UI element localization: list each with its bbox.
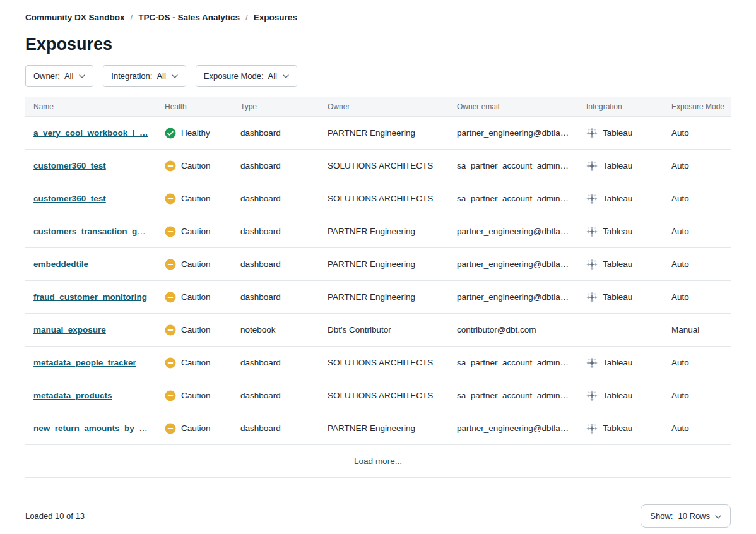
health-status-icon — [165, 193, 176, 205]
chevron-down-icon — [79, 74, 85, 78]
integration-label: Tableau — [603, 292, 632, 302]
exposure-mode-cell: Auto — [663, 227, 731, 236]
owner-email-cell: partner_engineering@dbtla… — [449, 227, 578, 236]
tableau-icon — [586, 259, 598, 270]
tableau-icon — [586, 128, 598, 139]
exposure-mode-cell: Auto — [663, 259, 731, 269]
exposures-table: Name Health Type Owner Owner email Integ… — [25, 97, 731, 478]
page-title: Exposures — [25, 33, 731, 55]
type-cell: dashboard — [232, 194, 319, 203]
column-header-exposure-mode: Exposure Mode — [663, 97, 733, 116]
table-row: manual_exposure Caution notebook Dbt's C… — [25, 314, 731, 347]
exposure-name-link[interactable]: embeddedtile — [33, 259, 88, 269]
table-row: customer360_test Caution dashboard SOLUT… — [25, 150, 731, 182]
type-cell: dashboard — [232, 358, 319, 367]
exposure-mode-cell: Auto — [663, 194, 731, 203]
table-row: customer360_test Caution dashboard SOLUT… — [25, 182, 731, 215]
exposure-mode-filter-value: All — [268, 71, 277, 81]
breadcrumb-separator: / — [131, 13, 133, 22]
exposure-name-link[interactable]: a_very_cool_workbook_i_… — [33, 128, 148, 138]
health-status-icon — [165, 324, 176, 336]
column-header-health: Health — [157, 97, 232, 116]
exposure-mode-cell: Auto — [663, 128, 731, 138]
owner-email-cell: sa_partner_account_admin… — [449, 161, 578, 170]
column-header-integration: Integration — [578, 97, 663, 116]
integration-label: Tableau — [603, 424, 632, 433]
owner-cell: PARTNER Engineering — [319, 128, 449, 138]
owner-cell: SOLUTIONS ARCHITECTS — [319, 161, 449, 170]
owner-filter-dropdown[interactable]: Owner: All — [25, 65, 93, 87]
health-label: Caution — [181, 391, 211, 400]
table-body: a_very_cool_workbook_i_… Healthy dashboa… — [25, 117, 731, 445]
owner-email-cell: partner_engineering@dbtla… — [449, 292, 578, 302]
table-row: metadata_people_tracker Caution dashboar… — [25, 347, 731, 379]
rows-per-page-dropdown[interactable]: Show: 10 Rows — [641, 504, 731, 528]
owner-filter-label: Owner: — [33, 71, 60, 81]
type-cell: dashboard — [232, 161, 319, 170]
owner-cell: SOLUTIONS ARCHITECTS — [319, 391, 449, 400]
breadcrumb-current: Exposures — [254, 13, 297, 22]
integration-filter-value: All — [157, 71, 165, 81]
table-row: fraud_customer_monitoring Caution dashbo… — [25, 281, 731, 314]
table-header-row: Name Health Type Owner Owner email Integ… — [25, 97, 731, 117]
tableau-icon — [586, 160, 598, 172]
health-status-icon — [165, 423, 176, 434]
exposure-name-link[interactable]: customer360_test — [33, 194, 106, 203]
table-footer: Loaded 10 of 13 Show: 10 Rows — [25, 504, 731, 528]
health-status-icon — [165, 357, 176, 369]
exposure-mode-filter-dropdown[interactable]: Exposure Mode: All — [196, 65, 297, 87]
exposure-name-link[interactable]: manual_exposure — [33, 325, 106, 335]
tableau-icon — [586, 292, 598, 303]
health-status-icon — [165, 226, 176, 237]
owner-filter-value: All — [64, 71, 73, 81]
health-label: Healthy — [181, 128, 210, 138]
breadcrumb-separator: / — [245, 13, 248, 22]
owner-cell: SOLUTIONS ARCHITECTS — [319, 358, 449, 367]
show-value: 10 Rows — [678, 511, 710, 521]
exposure-mode-cell: Auto — [663, 292, 731, 302]
type-cell: dashboard — [232, 391, 319, 400]
owner-email-cell: sa_partner_account_admin… — [449, 194, 578, 203]
health-label: Caution — [181, 358, 211, 367]
exposure-mode-cell: Auto — [663, 391, 731, 400]
breadcrumb: Community DX Sandbox / TPC-DS - Sales An… — [25, 13, 731, 22]
owner-cell: PARTNER Engineering — [319, 424, 449, 433]
exposure-mode-cell: Auto — [663, 424, 731, 433]
breadcrumb-link-project[interactable]: Community DX Sandbox — [25, 13, 125, 22]
integration-filter-dropdown[interactable]: Integration: All — [103, 65, 186, 87]
exposure-mode-cell: Auto — [663, 358, 731, 367]
exposure-name-link[interactable]: fraud_customer_monitoring — [33, 292, 147, 302]
loaded-count-text: Loaded 10 of 13 — [25, 511, 85, 521]
exposure-name-link[interactable]: customer360_test — [33, 161, 106, 170]
breadcrumb-link-environment[interactable]: TPC-DS - Sales Analytics — [138, 13, 240, 22]
exposure-mode-filter-label: Exposure Mode: — [204, 71, 264, 81]
owner-email-cell: sa_partner_account_admin… — [449, 358, 578, 367]
column-header-owner: Owner — [319, 97, 449, 116]
owner-email-cell: sa_partner_account_admin… — [449, 391, 578, 400]
exposure-name-link[interactable]: metadata_people_tracker — [33, 358, 136, 367]
table-row: metadata_products Caution dashboard SOLU… — [25, 379, 731, 412]
integration-filter-label: Integration: — [111, 71, 152, 81]
tableau-icon — [586, 193, 598, 205]
exposure-mode-cell: Auto — [663, 161, 731, 170]
owner-cell: Dbt's Contributor — [319, 325, 449, 335]
owner-cell: PARTNER Engineering — [319, 227, 449, 236]
health-status-icon — [165, 259, 176, 270]
exposure-name-link[interactable]: customers_transaction_gro… — [33, 227, 154, 236]
integration-label: Tableau — [603, 259, 632, 269]
exposure-name-link[interactable]: new_return_amounts_by_t… — [33, 424, 150, 433]
show-label: Show: — [650, 511, 673, 521]
owner-email-cell: partner_engineering@dbtla… — [449, 259, 578, 269]
health-label: Caution — [181, 292, 211, 302]
load-more-link[interactable]: Load more... — [354, 456, 402, 466]
type-cell: dashboard — [232, 227, 319, 236]
tableau-icon — [586, 357, 598, 369]
owner-cell: SOLUTIONS ARCHITECTS — [319, 194, 449, 203]
load-more-row: Load more... — [25, 445, 731, 478]
column-header-name: Name — [25, 97, 157, 116]
integration-label: Tableau — [603, 161, 632, 170]
exposure-name-link[interactable]: metadata_products — [33, 391, 112, 400]
health-status-icon — [165, 160, 176, 172]
integration-label: Tableau — [603, 358, 632, 367]
tableau-icon — [586, 226, 598, 237]
